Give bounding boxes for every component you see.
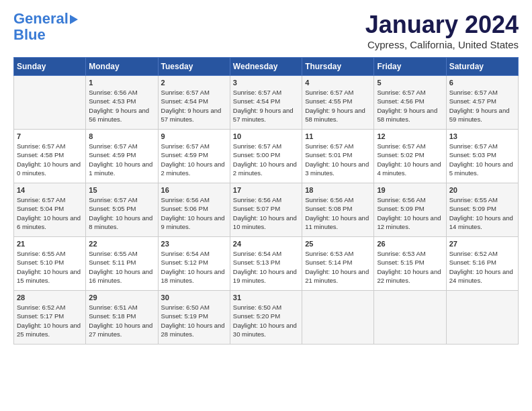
calendar-cell: 1Sunrise: 6:56 AMSunset: 4:53 PMDaylight…: [86, 76, 158, 130]
day-info: Sunrise: 6:50 AMSunset: 5:20 PMDaylight:…: [233, 303, 299, 338]
calendar-cell: 26Sunrise: 6:53 AMSunset: 5:15 PMDayligh…: [374, 237, 446, 291]
day-info: Sunrise: 6:54 AMSunset: 5:12 PMDaylight:…: [161, 249, 227, 285]
calendar-cell: 2Sunrise: 6:57 AMSunset: 4:54 PMDaylight…: [158, 76, 230, 130]
calendar-cell: 25Sunrise: 6:53 AMSunset: 5:14 PMDayligh…: [302, 237, 374, 291]
calendar-week-3: 14Sunrise: 6:57 AMSunset: 5:04 PMDayligh…: [14, 183, 519, 237]
day-number: 2: [161, 79, 227, 87]
day-info: Sunrise: 6:57 AMSunset: 4:55 PMDaylight:…: [305, 88, 371, 124]
day-number: 17: [233, 186, 299, 194]
day-number: 28: [17, 293, 83, 302]
day-info: Sunrise: 6:56 AMSunset: 5:06 PMDaylight:…: [161, 195, 227, 231]
calendar-cell: 15Sunrise: 6:57 AMSunset: 5:05 PMDayligh…: [86, 183, 158, 237]
day-info: Sunrise: 6:55 AMSunset: 5:09 PMDaylight:…: [449, 195, 515, 231]
day-info: Sunrise: 6:57 AMSunset: 5:01 PMDaylight:…: [305, 142, 371, 177]
calendar-cell: 11Sunrise: 6:57 AMSunset: 5:01 PMDayligh…: [302, 130, 374, 183]
day-info: Sunrise: 6:57 AMSunset: 5:05 PMDaylight:…: [89, 195, 154, 231]
weekday-header-friday: Friday: [374, 58, 446, 76]
calendar-cell: 10Sunrise: 6:57 AMSunset: 5:00 PMDayligh…: [230, 130, 302, 183]
logo-name: General Blue: [13, 11, 78, 43]
location-title: Cypress, California, United States: [365, 39, 519, 50]
day-info: Sunrise: 6:55 AMSunset: 5:11 PMDaylight:…: [89, 249, 154, 285]
calendar-cell: 4Sunrise: 6:57 AMSunset: 4:55 PMDaylight…: [302, 76, 374, 130]
weekday-header-monday: Monday: [86, 58, 158, 76]
calendar-cell: [446, 291, 518, 345]
title-block: January 2024 Cypress, California, United…: [365, 11, 519, 50]
day-info: Sunrise: 6:54 AMSunset: 5:13 PMDaylight:…: [233, 249, 299, 285]
calendar-cell: 14Sunrise: 6:57 AMSunset: 5:04 PMDayligh…: [14, 183, 86, 237]
day-number: 29: [89, 293, 154, 302]
weekday-header-thursday: Thursday: [302, 58, 374, 76]
day-info: Sunrise: 6:57 AMSunset: 4:57 PMDaylight:…: [449, 88, 515, 124]
weekday-header-wednesday: Wednesday: [230, 58, 302, 76]
calendar-cell: 22Sunrise: 6:55 AMSunset: 5:11 PMDayligh…: [86, 237, 158, 291]
day-number: 22: [89, 240, 154, 248]
day-number: 16: [161, 186, 227, 194]
day-info: Sunrise: 6:52 AMSunset: 5:16 PMDaylight:…: [449, 249, 515, 285]
weekday-header-tuesday: Tuesday: [158, 58, 230, 76]
day-info: Sunrise: 6:57 AMSunset: 5:02 PMDaylight:…: [377, 142, 443, 177]
day-number: 8: [89, 132, 154, 140]
day-number: 25: [305, 240, 371, 248]
day-info: Sunrise: 6:53 AMSunset: 5:14 PMDaylight:…: [305, 249, 371, 285]
calendar-cell: 30Sunrise: 6:50 AMSunset: 5:19 PMDayligh…: [158, 291, 230, 345]
day-info: Sunrise: 6:57 AMSunset: 4:54 PMDaylight:…: [233, 88, 299, 124]
day-info: Sunrise: 6:57 AMSunset: 4:58 PMDaylight:…: [17, 142, 83, 177]
calendar-cell: 18Sunrise: 6:56 AMSunset: 5:08 PMDayligh…: [302, 183, 374, 237]
day-number: 15: [89, 186, 154, 194]
day-number: 13: [449, 132, 515, 140]
calendar-cell: 23Sunrise: 6:54 AMSunset: 5:12 PMDayligh…: [158, 237, 230, 291]
calendar-cell: 16Sunrise: 6:56 AMSunset: 5:06 PMDayligh…: [158, 183, 230, 237]
logo: General Blue: [13, 11, 78, 43]
day-info: Sunrise: 6:51 AMSunset: 5:18 PMDaylight:…: [89, 303, 154, 338]
day-number: 6: [449, 79, 515, 87]
day-number: 3: [233, 79, 299, 87]
day-info: Sunrise: 6:57 AMSunset: 5:04 PMDaylight:…: [17, 195, 83, 231]
calendar-week-1: 1Sunrise: 6:56 AMSunset: 4:53 PMDaylight…: [14, 76, 519, 130]
month-title: January 2024: [365, 11, 519, 39]
page-header: General Blue January 2024 Cypress, Calif…: [13, 11, 519, 50]
day-number: 30: [161, 293, 227, 302]
day-info: Sunrise: 6:56 AMSunset: 5:09 PMDaylight:…: [377, 195, 443, 231]
day-number: 11: [305, 132, 371, 140]
logo-blue: Blue: [13, 26, 46, 43]
calendar-cell: [374, 291, 446, 345]
calendar-cell: 9Sunrise: 6:57 AMSunset: 4:59 PMDaylight…: [158, 130, 230, 183]
calendar-cell: 27Sunrise: 6:52 AMSunset: 5:16 PMDayligh…: [446, 237, 518, 291]
day-number: 1: [89, 79, 154, 87]
calendar-cell: [302, 291, 374, 345]
day-number: 14: [17, 186, 83, 194]
day-info: Sunrise: 6:57 AMSunset: 5:00 PMDaylight:…: [233, 142, 299, 177]
day-info: Sunrise: 6:57 AMSunset: 4:59 PMDaylight:…: [89, 142, 154, 177]
day-number: 18: [305, 186, 371, 194]
calendar-cell: 17Sunrise: 6:56 AMSunset: 5:07 PMDayligh…: [230, 183, 302, 237]
calendar-cell: 6Sunrise: 6:57 AMSunset: 4:57 PMDaylight…: [446, 76, 518, 130]
day-info: Sunrise: 6:55 AMSunset: 5:10 PMDaylight:…: [17, 249, 83, 285]
day-number: 26: [377, 240, 443, 248]
day-number: 10: [233, 132, 299, 140]
calendar-cell: 5Sunrise: 6:57 AMSunset: 4:56 PMDaylight…: [374, 76, 446, 130]
calendar-week-2: 7Sunrise: 6:57 AMSunset: 4:58 PMDaylight…: [14, 130, 519, 183]
day-number: 23: [161, 240, 227, 248]
weekday-header-sunday: Sunday: [14, 58, 86, 76]
day-number: 4: [305, 79, 371, 87]
logo-general: General: [13, 10, 69, 27]
day-number: 19: [377, 186, 443, 194]
calendar-cell: 3Sunrise: 6:57 AMSunset: 4:54 PMDaylight…: [230, 76, 302, 130]
calendar-week-4: 21Sunrise: 6:55 AMSunset: 5:10 PMDayligh…: [14, 237, 519, 291]
day-number: 5: [377, 79, 443, 87]
calendar-cell: 12Sunrise: 6:57 AMSunset: 5:02 PMDayligh…: [374, 130, 446, 183]
calendar-cell: 31Sunrise: 6:50 AMSunset: 5:20 PMDayligh…: [230, 291, 302, 345]
day-info: Sunrise: 6:52 AMSunset: 5:17 PMDaylight:…: [17, 303, 83, 338]
calendar-cell: 7Sunrise: 6:57 AMSunset: 4:58 PMDaylight…: [14, 130, 86, 183]
calendar-cell: 28Sunrise: 6:52 AMSunset: 5:17 PMDayligh…: [14, 291, 86, 345]
weekday-header-saturday: Saturday: [446, 58, 518, 76]
calendar-cell: 20Sunrise: 6:55 AMSunset: 5:09 PMDayligh…: [446, 183, 518, 237]
day-info: Sunrise: 6:56 AMSunset: 4:53 PMDaylight:…: [89, 88, 154, 124]
day-number: 12: [377, 132, 443, 140]
day-info: Sunrise: 6:57 AMSunset: 4:56 PMDaylight:…: [377, 88, 443, 124]
day-number: 24: [233, 240, 299, 248]
day-info: Sunrise: 6:57 AMSunset: 4:54 PMDaylight:…: [161, 88, 227, 124]
calendar-cell: 24Sunrise: 6:54 AMSunset: 5:13 PMDayligh…: [230, 237, 302, 291]
calendar-cell: 13Sunrise: 6:57 AMSunset: 5:03 PMDayligh…: [446, 130, 518, 183]
day-info: Sunrise: 6:57 AMSunset: 5:03 PMDaylight:…: [449, 142, 515, 177]
